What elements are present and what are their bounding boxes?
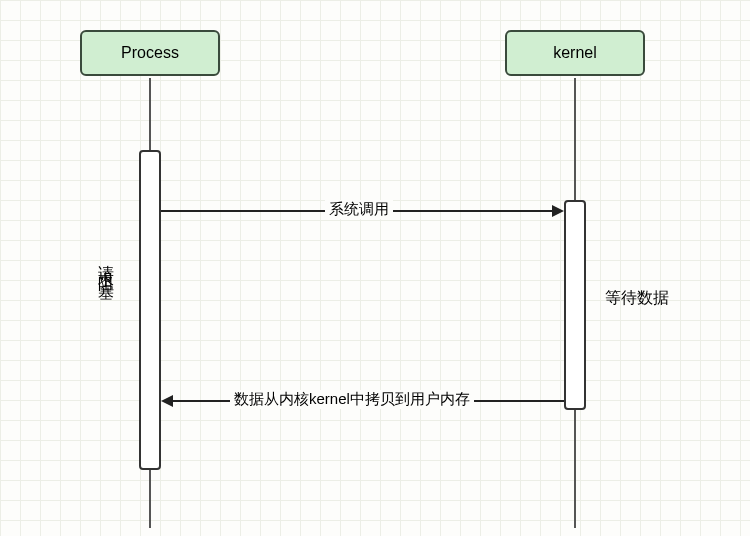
activation-kernel: [564, 200, 586, 410]
actor-kernel-label: kernel: [553, 44, 597, 61]
actor-process-label: Process: [121, 44, 179, 61]
arrow-system-call-head: [552, 205, 564, 217]
arrow-data-copy-head: [161, 395, 173, 407]
actor-kernel: kernel: [505, 30, 645, 76]
label-system-call: 系统调用: [325, 200, 393, 219]
annotation-request-block: 请求阻塞: [95, 252, 116, 276]
actor-process: Process: [80, 30, 220, 76]
label-data-copy: 数据从内核kernel中拷贝到用户内存: [230, 390, 474, 409]
activation-process: [139, 150, 161, 470]
annotation-wait-data: 等待数据: [605, 288, 669, 309]
